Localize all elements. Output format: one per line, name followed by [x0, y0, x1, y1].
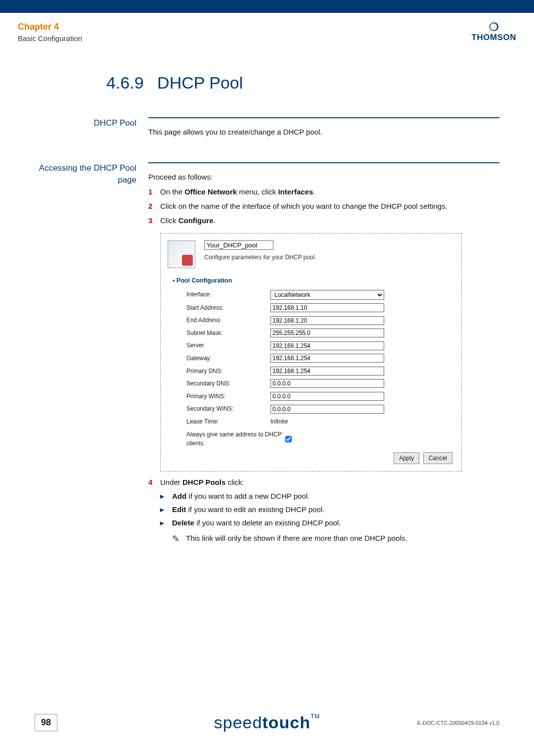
pool-config-title: Pool Configuration: [173, 276, 452, 285]
step-4-text: Under DHCP Pools click:: [160, 476, 499, 488]
page-header: Chapter 4 Basic Configuration ❍ THOMSON: [0, 13, 534, 48]
secondary-dns-input[interactable]: [270, 379, 384, 388]
step-num-3: 3: [148, 215, 160, 226]
step-num-4: 4: [148, 476, 160, 488]
lbl-lease: Lease Time:: [186, 417, 270, 426]
footer-brand-light: speed: [214, 713, 263, 732]
lbl-subnet: Subnet Mask:: [186, 329, 270, 338]
top-bar: [0, 0, 534, 13]
section-number: 4.6.9: [106, 73, 144, 92]
sub-del-t: if you want to delete an existing DHCP p…: [194, 519, 341, 527]
footer-brand: speedtouchTM: [214, 713, 320, 732]
lbl-sdns: Secundary DNS:: [186, 379, 270, 388]
chapter-subtitle: Basic Configuration: [18, 34, 82, 43]
footer-brand-bold: touch: [262, 713, 311, 732]
step1-b1: Office Network: [184, 188, 237, 196]
block1-text: This page allows you to create/change a …: [148, 117, 499, 138]
triangle-bullet-icon: ▸: [160, 490, 172, 502]
lbl-swins: Secondary WINS:: [186, 404, 270, 414]
sub-add-t: if you want to add a new DCHP pool.: [186, 492, 310, 500]
cancel-button[interactable]: Cancel: [423, 452, 452, 465]
server-input[interactable]: [270, 341, 384, 350]
step1-mid: menu, click: [237, 188, 278, 196]
secondary-wins-input[interactable]: [270, 405, 384, 414]
step4-b: DHCP Pools: [182, 478, 225, 486]
subnet-mask-input[interactable]: [270, 329, 384, 337]
sub-add: Add if you want to add a new DCHP pool.: [172, 490, 310, 502]
step1-b2: Interfaces: [278, 188, 313, 196]
step-num-1: 1: [148, 186, 160, 197]
config-screenshot: Configure parameters for your DHCP pool.…: [160, 233, 462, 472]
page-number: 98: [35, 714, 57, 731]
triangle-bullet-icon: ▸: [160, 517, 172, 528]
lbl-pdns: Primary DNS:: [186, 367, 270, 376]
lbl-gateway: Gateway:: [186, 354, 270, 363]
sidehead-accessing: Accessing the DHCP Pool page: [35, 162, 148, 546]
brand-logo: ❍ THOMSON: [472, 22, 516, 43]
page-footer: 98 speedtouchTM E-DOC-CTC-20050429-0104 …: [0, 714, 534, 731]
step-1-text: On the Office Network menu, click Interf…: [160, 186, 499, 197]
step1-post: .: [313, 188, 315, 196]
sub-edit-t: if you want to edit an existing DHCP poo…: [186, 505, 324, 514]
note-text: This link will only be shown if there ar…: [186, 532, 407, 546]
start-address-input[interactable]: [270, 303, 384, 312]
apply-button[interactable]: Apply: [394, 452, 419, 465]
sub-del-b: Delete: [172, 519, 194, 527]
network-thumbnail-icon: [168, 240, 195, 268]
globe-icon: ❍: [472, 22, 516, 33]
lbl-server: Server:: [186, 341, 270, 350]
lease-time-value: Infinite: [270, 417, 288, 426]
sidehead-dhcp-pool: DHCP Pool: [35, 117, 148, 138]
step-2-text: Click on the name of the interface of wh…: [160, 200, 499, 212]
triangle-bullet-icon: ▸: [160, 504, 172, 515]
step1-pre: On the: [160, 188, 184, 196]
doc-id: E-DOC-CTC-20050429-0104 v1.0: [417, 720, 499, 726]
primary-wins-input[interactable]: [270, 392, 384, 401]
sub-add-b: Add: [172, 492, 186, 500]
end-address-input[interactable]: [270, 316, 384, 325]
lbl-always: Always give same address to DHCP clients…: [186, 430, 285, 448]
chapter-title: Chapter 4: [18, 22, 82, 32]
step4-post: click:: [225, 478, 244, 486]
lbl-end: End Address:: [186, 316, 270, 325]
lbl-start: Start Address:: [186, 303, 270, 313]
primary-dns-input[interactable]: [270, 367, 384, 376]
step3-post: .: [214, 216, 216, 225]
step-3-text: Click Configure.: [160, 215, 499, 226]
step3-pre: Click: [160, 216, 178, 225]
sub-delete: Delete if you want to delete an existing…: [172, 517, 341, 528]
proceed-intro: Proceed as follows:: [148, 171, 499, 183]
step3-b: Configure: [178, 216, 214, 225]
brand-name: THOMSON: [472, 33, 516, 43]
lbl-interface: Interface:: [186, 290, 270, 299]
pool-desc: Configure parameters for your DHCP pool.: [204, 253, 316, 262]
pool-name-input[interactable]: [204, 240, 273, 250]
step-num-2: 2: [148, 200, 160, 212]
step4-pre: Under: [160, 478, 182, 486]
sub-edit-b: Edit: [172, 505, 186, 514]
note-icon: ✎: [172, 532, 186, 546]
section-title: DHCP Pool: [157, 73, 243, 92]
same-address-checkbox[interactable]: [285, 436, 292, 442]
lbl-pwins: Primary WINS:: [186, 392, 270, 401]
sub-edit: Edit if you want to edit an existing DHC…: [172, 504, 324, 515]
footer-brand-tm: TM: [311, 713, 320, 720]
interface-select[interactable]: LocalNetwork: [270, 290, 384, 300]
section-heading: 4.6.9 DHCP Pool: [106, 73, 499, 93]
gateway-input[interactable]: [270, 354, 384, 363]
